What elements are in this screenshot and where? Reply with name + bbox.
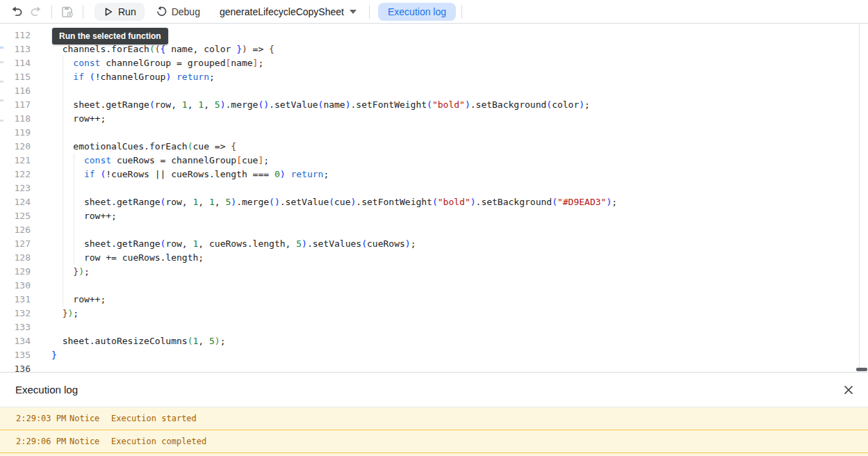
line-number: 127	[0, 237, 32, 251]
log-rows: 2:29:03 PMNoticeExecution started2:29:06…	[0, 407, 868, 456]
code-line[interactable]: });	[51, 307, 858, 320]
line-number: 132	[0, 307, 32, 320]
code-line[interactable]: row += cueRows.length;	[51, 251, 858, 265]
execution-log-header: Execution log	[0, 373, 868, 407]
play-icon	[103, 6, 114, 17]
run-tooltip: Run the selected function	[52, 28, 168, 44]
code-line[interactable]: row++;	[51, 112, 858, 126]
code-line[interactable]: sheet.getRange(row, 1, 1, 5).merge().set…	[51, 98, 858, 112]
code-line[interactable]: channels.forEach(({ name, color }) => {	[51, 42, 858, 56]
redo-icon	[29, 5, 43, 19]
save-icon	[60, 5, 74, 19]
apps-script-editor: Run Debug generateLifecycleCopySheet Exe…	[0, 0, 868, 456]
toolbar-divider	[461, 5, 462, 19]
code-line[interactable]: }	[51, 348, 858, 362]
code-line[interactable]: sheet.getRange(row, 1, cueRows.length, 5…	[51, 237, 858, 251]
line-number: 133	[0, 320, 32, 334]
horizontal-scrollbar-thumb[interactable]	[856, 368, 867, 371]
code-line[interactable]: if (!cueRows || cueRows.length === 0) re…	[51, 168, 858, 181]
line-number: 120	[0, 140, 32, 154]
close-icon	[843, 384, 854, 396]
undo-icon	[10, 5, 24, 19]
undo-button[interactable]	[7, 2, 26, 22]
code-line[interactable]	[51, 181, 858, 195]
selected-function-name: generateLifecycleCopySheet	[220, 6, 344, 17]
close-log-button[interactable]	[839, 380, 858, 400]
gutter: 1121131141151161171181191201211221231241…	[0, 28, 32, 372]
code-line[interactable]: const cueRows = channelGroup[cue];	[51, 154, 858, 168]
code-line[interactable]	[51, 28, 858, 42]
line-number: 119	[0, 126, 32, 140]
log-level: Notice	[69, 407, 111, 430]
line-number: 112	[0, 28, 32, 42]
log-row: 2:29:03 PMNoticeExecution started	[0, 407, 868, 430]
line-number: 113	[0, 42, 32, 56]
toolbar: Run Debug generateLifecycleCopySheet Exe…	[0, 0, 868, 24]
log-row: 2:29:06 PMNoticeExecution completed	[0, 430, 868, 453]
toolbar-divider	[83, 5, 83, 19]
execution-log-panel: Execution log 2:29:03 PMNoticeExecution …	[0, 372, 868, 456]
line-number: 118	[0, 112, 32, 126]
line-number: 114	[0, 56, 32, 70]
code-line[interactable]: });	[51, 265, 858, 279]
debug-icon	[156, 6, 167, 17]
code-line[interactable]	[51, 362, 858, 372]
log-message: Execution completed	[111, 437, 206, 446]
line-number: 116	[0, 84, 32, 98]
save-project-button[interactable]	[58, 2, 77, 22]
code-line[interactable]: const channelGroup = grouped[name];	[51, 56, 858, 70]
scrollbar-track-edge	[859, 24, 860, 372]
line-number: 128	[0, 251, 32, 265]
line-number: 122	[0, 168, 32, 181]
line-number: 131	[0, 293, 32, 307]
line-number: 126	[0, 223, 32, 237]
execution-log-title: Execution log	[15, 384, 78, 396]
log-time: 2:29:03 PM	[16, 407, 69, 430]
log-message: Execution started	[111, 414, 197, 423]
log-level: Notice	[69, 430, 111, 453]
line-number: 115	[0, 70, 32, 84]
toolbar-divider	[369, 5, 370, 19]
line-number: 123	[0, 181, 32, 195]
line-number: 117	[0, 98, 32, 112]
log-time: 2:29:06 PM	[16, 430, 69, 453]
toolbar-divider	[51, 5, 52, 19]
run-label: Run	[118, 6, 136, 17]
code-line[interactable]	[51, 279, 858, 293]
code-line[interactable]: sheet.getRange(row, 1, 1, 5).merge().set…	[51, 195, 858, 209]
debug-label: Debug	[172, 6, 200, 17]
redo-button[interactable]	[26, 2, 46, 22]
code-editor[interactable]: 1121131141151161171181191201211221231241…	[0, 24, 868, 372]
function-select-dropdown[interactable]: generateLifecycleCopySheet	[213, 3, 363, 21]
code-line[interactable]: if (!channelGroup) return;	[51, 70, 858, 84]
code-line[interactable]	[51, 84, 858, 98]
line-number: 125	[0, 209, 32, 223]
code-line[interactable]: row++;	[51, 293, 858, 307]
caret-down-icon	[350, 10, 357, 14]
line-number: 121	[0, 154, 32, 168]
line-number: 124	[0, 195, 32, 209]
code-line[interactable]: emotionalCues.forEach(cue => {	[51, 140, 858, 154]
line-number: 134	[0, 334, 32, 348]
execution-log-button[interactable]: Execution log	[378, 3, 456, 21]
line-number: 130	[0, 279, 32, 293]
line-number: 129	[0, 265, 32, 279]
code-line[interactable]	[51, 320, 858, 334]
code-line[interactable]	[51, 126, 858, 140]
code-line[interactable]: row++;	[51, 209, 858, 223]
code-line[interactable]	[51, 223, 858, 237]
code-lines: channels.forEach(({ name, color }) => { …	[51, 28, 858, 372]
code-line[interactable]: sheet.autoResizeColumns(1, 5);	[51, 334, 858, 348]
debug-button[interactable]: Debug	[147, 3, 208, 21]
run-button[interactable]: Run	[95, 3, 145, 21]
line-number: 136	[0, 362, 32, 372]
line-number: 135	[0, 348, 32, 362]
